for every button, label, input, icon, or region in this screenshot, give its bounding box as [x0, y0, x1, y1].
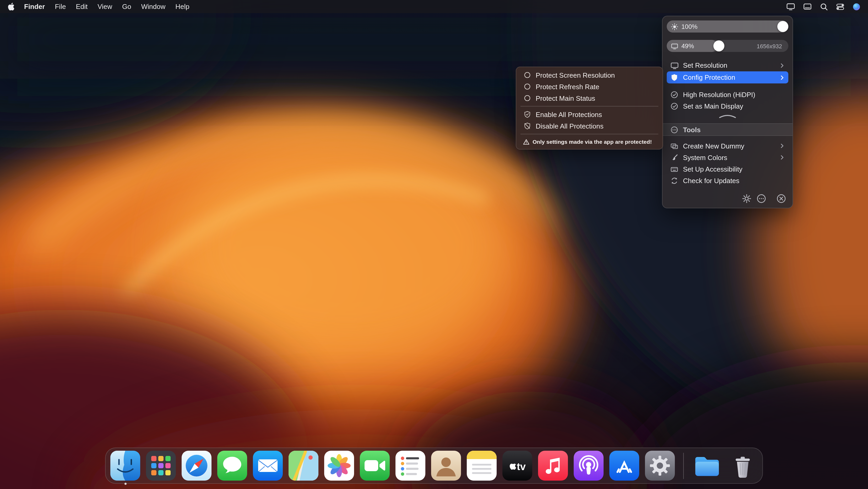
shield-icon: [670, 74, 679, 81]
dock-icon-podcasts[interactable]: [574, 451, 603, 481]
submenu-item-label: Disable All Protections: [536, 122, 603, 130]
menu-item-system-colors[interactable]: System Colors: [667, 152, 788, 163]
menu-window[interactable]: Window: [141, 3, 166, 10]
accessibility-keyboard-icon: [670, 165, 679, 173]
dock-icon-music[interactable]: [538, 451, 568, 481]
menu-file[interactable]: File: [55, 3, 66, 10]
siri-icon[interactable]: [852, 2, 861, 11]
menu-item-label: System Colors: [683, 153, 775, 161]
brightness-knob[interactable]: [777, 21, 788, 32]
submenu-item-label: Protect Refresh Rate: [536, 83, 599, 90]
display-icon[interactable]: [786, 2, 795, 11]
submenu-item-label: Protect Main Status: [536, 94, 595, 102]
dock-icon-safari[interactable]: [182, 451, 212, 481]
resolution-slider[interactable]: 49% 1656x932: [667, 40, 788, 52]
menu-item-label: Create New Dummy: [683, 142, 775, 150]
resolution-value: 49%: [681, 42, 694, 50]
circle-icon: [523, 94, 531, 102]
check-circle-icon: [670, 90, 679, 98]
viewport: Finder File Edit View Go Window Help: [0, 0, 868, 489]
settings-gear-icon[interactable]: [742, 194, 752, 204]
brightness-value: 100%: [681, 23, 698, 30]
submenu-item-label: Enable All Protections: [536, 110, 602, 118]
submenu-item-disable-all-protections[interactable]: Disable All Protections: [519, 120, 660, 132]
dock-icon-photos[interactable]: [324, 451, 354, 481]
dock-icon-mail[interactable]: [253, 451, 283, 481]
submenu-item-protect-refresh-rate[interactable]: Protect Refresh Rate: [519, 81, 660, 92]
menu-item-hidpi[interactable]: High Resolution (HiDPI): [667, 89, 788, 100]
dock-icon-reminders[interactable]: [396, 451, 425, 481]
menu-item-label: Set as Main Display: [683, 102, 785, 110]
quit-icon[interactable]: [776, 194, 786, 204]
dock-icon-finder[interactable]: [110, 451, 140, 481]
check-circle-icon: [670, 102, 679, 110]
tools-header-label: Tools: [683, 126, 701, 134]
menu-item-set-up-accessibility[interactable]: Set Up Accessibility: [667, 163, 788, 175]
circle-icon: [523, 83, 531, 90]
submenu-item-protect-screen-resolution[interactable]: Protect Screen Resolution: [519, 69, 660, 81]
menu-item-config-protection[interactable]: Config Protection: [667, 71, 788, 83]
config-protection-submenu: Protect Screen Resolution Protect Refres…: [516, 67, 663, 149]
dock: tv: [105, 448, 763, 484]
menu-go[interactable]: Go: [122, 3, 131, 10]
window-display-icon[interactable]: [803, 2, 812, 11]
dock-icon-tv[interactable]: tv: [502, 451, 532, 481]
submenu-item-protect-main-status[interactable]: Protect Main Status: [519, 92, 660, 104]
shield-slash-icon: [523, 122, 531, 130]
shield-check-icon: [523, 111, 531, 118]
menu-help[interactable]: Help: [175, 3, 189, 10]
dock-icon-launchpad[interactable]: [146, 451, 176, 481]
collapse-chevron-icon[interactable]: [667, 112, 788, 120]
divider: [521, 106, 658, 107]
dock-icon-app-store[interactable]: [609, 451, 639, 481]
running-indicator: [124, 483, 126, 485]
apple-menu[interactable]: [7, 3, 14, 10]
more-options-icon[interactable]: [756, 194, 766, 204]
circle-icon: [523, 71, 531, 79]
panel-footer: [667, 194, 788, 205]
warning-icon: [523, 139, 529, 145]
menu-item-label: Config Protection: [683, 74, 775, 81]
resolution-knob[interactable]: [713, 40, 724, 51]
menubar-app-name[interactable]: Finder: [24, 3, 45, 10]
menu-item-label: Set Resolution: [683, 61, 775, 69]
brightness-slider[interactable]: 100%: [667, 21, 788, 32]
menu-item-label: Set Up Accessibility: [683, 165, 785, 173]
spotlight-icon[interactable]: [820, 2, 828, 11]
chevron-right-icon: [779, 74, 785, 81]
dock-icon-maps[interactable]: [288, 451, 318, 481]
dock-icon-facetime[interactable]: [360, 451, 390, 481]
menu-item-main-display[interactable]: Set as Main Display: [667, 100, 788, 112]
menu-item-check-for-updates[interactable]: Check for Updates: [667, 175, 788, 186]
brightness-sun-icon: [671, 23, 678, 30]
paintbrush-icon: [670, 153, 679, 161]
menu-item-set-resolution[interactable]: Set Resolution: [667, 59, 788, 71]
menu-item-create-new-dummy[interactable]: Create New Dummy: [667, 140, 788, 152]
menu-item-label: High Resolution (HiDPI): [683, 90, 785, 98]
display-menu-panel: 100% 49% 1656x932 Set Resolution: [662, 16, 793, 208]
dock-icon-messages[interactable]: [217, 451, 247, 481]
submenu-item-label: Protect Screen Resolution: [536, 71, 615, 79]
desktop: Finder File Edit View Go Window Help: [0, 0, 868, 489]
submenu-item-enable-all-protections[interactable]: Enable All Protections: [519, 109, 660, 120]
chevron-right-icon: [779, 154, 785, 161]
update-refresh-icon: [670, 177, 679, 184]
menu-bar: Finder File Edit View Go Window Help: [0, 0, 868, 13]
menu-item-label: Check for Updates: [683, 177, 785, 184]
dock-divider: [683, 453, 684, 479]
dock-icon-system-settings[interactable]: [645, 451, 675, 481]
divider: [521, 134, 658, 134]
warning-text: Only settings made via the app are prote…: [532, 139, 652, 145]
dummy-display-icon: [670, 142, 679, 150]
tools-section-header[interactable]: Tools: [662, 123, 793, 136]
chevron-right-icon: [779, 143, 785, 149]
control-center-icon[interactable]: [836, 2, 844, 11]
dock-icon-downloads[interactable]: [692, 451, 722, 481]
more-options-icon: [670, 126, 679, 134]
resolution-detail: 1656x932: [756, 43, 782, 49]
menu-edit[interactable]: Edit: [76, 3, 88, 10]
menu-view[interactable]: View: [97, 3, 112, 10]
dock-icon-trash[interactable]: [728, 451, 758, 481]
dock-icon-notes[interactable]: [467, 451, 497, 481]
dock-icon-contacts[interactable]: [431, 451, 461, 481]
